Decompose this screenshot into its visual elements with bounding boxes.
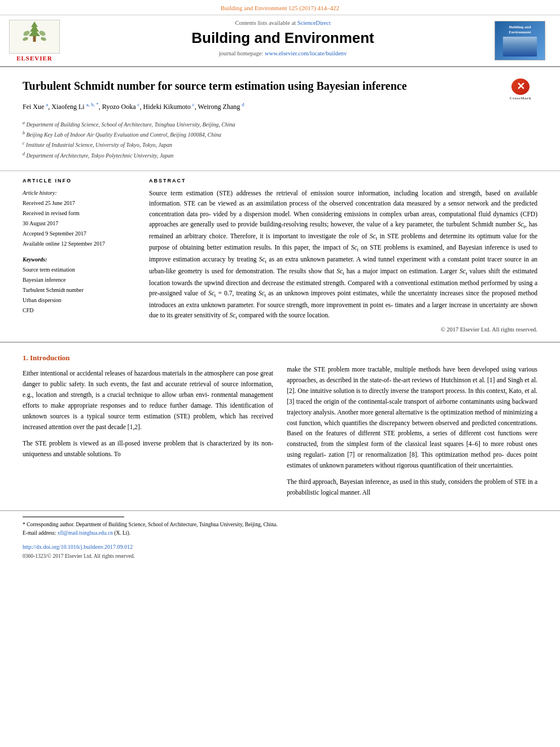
abstract-text: Source term estimation (STE) addresses t… bbox=[149, 188, 537, 322]
paper-title: Turbulent Schmidt number for source term… bbox=[23, 78, 537, 93]
authors-line: Fei Xue a, Xiaofeng Li a, b, *, Ryozo Oo… bbox=[23, 100, 537, 113]
received-revised-label: Received in revised form bbox=[23, 208, 135, 219]
homepage-link[interactable]: www.elsevier.com/locate/buildenv bbox=[265, 50, 347, 56]
journal-thumbnail: Building andEnvironment bbox=[495, 21, 545, 60]
intro-two-col: 1. Introduction Either intentional or ac… bbox=[23, 352, 537, 504]
available-date: Available online 12 September 2017 bbox=[23, 239, 135, 249]
intro-left-col: 1. Introduction Either intentional or ac… bbox=[23, 352, 273, 504]
keyword-3: Turbulent Schmidt number bbox=[23, 285, 135, 295]
intro-p2: The STE problem is viewed as an ill-pose… bbox=[23, 438, 273, 460]
top-citation-bar: Building and Environment 125 (2017) 414–… bbox=[0, 0, 560, 15]
footnote-divider bbox=[23, 517, 124, 517]
intro-p3: make the STE problem more tractable, mul… bbox=[287, 364, 537, 471]
journal-citation-link[interactable]: Building and Environment 125 (2017) 414–… bbox=[221, 5, 339, 11]
affiliation-d: d Department of Architecture, Tokyo Poly… bbox=[23, 150, 537, 160]
history-label: Article history: bbox=[23, 188, 135, 198]
elsevier-wordmark: ELSEVIER bbox=[16, 55, 53, 62]
keyword-1: Source term estimation bbox=[23, 265, 135, 275]
keywords-heading: Keywords: bbox=[23, 255, 135, 265]
journal-title-area: Contents lists available at ScienceDirec… bbox=[77, 20, 489, 62]
elsevier-logo: ELSEVIER bbox=[9, 20, 60, 62]
crossmark-badge[interactable]: ✕ CrossMark bbox=[504, 78, 537, 101]
journal-thumbnail-area: Building andEnvironment bbox=[489, 20, 551, 62]
issn-line: 0360-1323/© 2017 Elsevier Ltd. All right… bbox=[0, 552, 560, 562]
keyword-4: Urban dispersion bbox=[23, 295, 135, 305]
contents-line: Contents lists available at ScienceDirec… bbox=[88, 20, 478, 26]
logo-image bbox=[9, 20, 60, 54]
received-revised-date: 30 August 2017 bbox=[23, 219, 135, 229]
doi-link[interactable]: http://dx.doi.org/10.1016/j.buildenv.201… bbox=[23, 544, 133, 550]
section-heading: 1. Introduction bbox=[23, 352, 273, 364]
email-suffix: (X. Li). bbox=[114, 530, 130, 536]
journal-title: Building and Environment bbox=[88, 29, 478, 47]
received-date: Received 25 June 2017 bbox=[23, 198, 135, 208]
affiliation-c: c Institute of Industrial Science, Unive… bbox=[23, 139, 537, 150]
crossmark-circle: ✕ bbox=[511, 78, 530, 95]
journal-header: ELSEVIER Contents lists available at Sci… bbox=[0, 15, 560, 67]
crossmark-label: CrossMark bbox=[510, 96, 532, 101]
footnote-section: * Corresponding author. Department of Bu… bbox=[0, 510, 560, 541]
introduction-section: 1. Introduction Either intentional or ac… bbox=[0, 343, 560, 504]
thumb-image bbox=[503, 37, 537, 56]
keyword-2: Bayesian inference bbox=[23, 275, 135, 285]
affiliations-block: a Department of Building Science, School… bbox=[23, 119, 537, 160]
footnote-corresponding: * Corresponding author. Department of Bu… bbox=[23, 522, 278, 527]
affiliation-b: b Beijing Key Lab of Indoor Air Quality … bbox=[23, 129, 537, 139]
abstract-heading: ABSTRACT bbox=[149, 178, 537, 184]
intro-p4: The third approach, Bayesian inference, … bbox=[287, 477, 537, 498]
abstract-column: ABSTRACT Source term estimation (STE) ad… bbox=[149, 178, 537, 333]
article-info-abstract-section: ARTICLE INFO Article history: Received 2… bbox=[0, 171, 560, 342]
homepage-line: journal homepage: www.elsevier.com/locat… bbox=[88, 50, 478, 56]
doi-line: http://dx.doi.org/10.1016/j.buildenv.201… bbox=[0, 541, 560, 552]
elsevier-logo-area: ELSEVIER bbox=[9, 20, 77, 62]
accepted-date: Accepted 9 September 2017 bbox=[23, 229, 135, 239]
crossmark-x-icon: ✕ bbox=[517, 80, 525, 93]
email-link[interactable]: xfl@mail.tsinghua.edu.cn bbox=[58, 530, 113, 536]
keyword-5: CFD bbox=[23, 305, 135, 316]
affiliation-a: a Department of Building Science, School… bbox=[23, 119, 537, 129]
svg-rect-2 bbox=[33, 36, 36, 42]
keywords-block: Keywords: Source term estimation Bayesia… bbox=[23, 255, 135, 316]
thumb-title: Building andEnvironment bbox=[509, 25, 531, 35]
footnote-text: * Corresponding author. Department of Bu… bbox=[23, 521, 537, 538]
email-label: E-mail address: bbox=[23, 530, 56, 536]
article-info-column: ARTICLE INFO Article history: Received 2… bbox=[23, 178, 135, 333]
intro-p1: Either intentional or accidental release… bbox=[23, 368, 273, 433]
paper-title-section: Turbulent Schmidt number for source term… bbox=[0, 67, 560, 171]
copyright-line: © 2017 Elsevier Ltd. All rights reserved… bbox=[149, 326, 537, 333]
elsevier-tree-svg bbox=[10, 20, 59, 53]
science-direct-link[interactable]: ScienceDirect bbox=[298, 20, 331, 26]
intro-right-col: make the STE problem more tractable, mul… bbox=[287, 352, 537, 504]
history-block: Article history: Received 25 June 2017 R… bbox=[23, 188, 135, 249]
article-info-heading: ARTICLE INFO bbox=[23, 178, 135, 184]
